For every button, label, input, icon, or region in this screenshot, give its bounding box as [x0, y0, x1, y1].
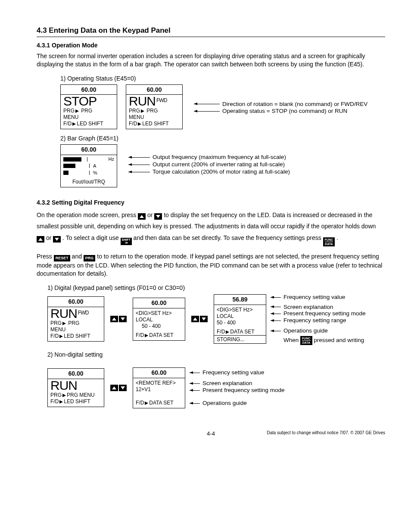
- arrow-icon: [75, 108, 80, 114]
- arrow-down-icon: [119, 316, 127, 322]
- panel-top: 60.00: [133, 368, 185, 378]
- panel-top: 60.00: [133, 298, 185, 308]
- panel-top: 56.89: [214, 295, 266, 305]
- panel-nondigital-1: 60.00 RUN PRGPRG MENU F/DLED SHIFT: [47, 368, 104, 407]
- annotation: Direction of rotation = blank (no comman…: [222, 101, 367, 108]
- text: LED SHIFT: [77, 121, 103, 127]
- arrow-up-icon: [37, 236, 44, 243]
- footer: 4-4 Data subject to change without notic…: [37, 430, 385, 436]
- arrow-up-icon: [110, 385, 118, 391]
- panel-top: 60.00: [48, 297, 104, 307]
- storing-label: STORING...: [214, 335, 266, 343]
- func-data-key-icon: FUNCDATA: [300, 336, 312, 345]
- panel-nondigital-2: 60.00 <REMOTE REF> 12+V1 F/DDATA SET: [133, 367, 185, 408]
- paragraph-431: The screen for normal inverter operation…: [37, 52, 385, 68]
- subsection-title-431: 4.3.1 Operation Mode: [37, 41, 385, 50]
- bar-graph-top: 60.00: [61, 145, 117, 155]
- prg-key-icon: PRG: [84, 255, 96, 261]
- annotation: Torque calculation (200% of motor rating…: [153, 168, 290, 176]
- caption-bar-graph: 2) Bar Graph (E45=1): [60, 134, 385, 143]
- arrow-down-icon: [119, 385, 127, 391]
- bar-graph-bottom: Fout/Iout/TRQ: [61, 177, 117, 187]
- caption-op-status: 1) Operating Status (E45=0): [60, 75, 385, 83]
- unit-hz: Hz: [109, 156, 114, 162]
- panel-run: 60.00 RUNFWD PRG PRG MENU F/DLED SHIFT: [126, 84, 183, 130]
- up-down-keys: [110, 385, 127, 391]
- copyright-notice: Data subject to change without notice 7/…: [267, 430, 385, 435]
- panel-digital-1: 60.00 RUNFWD PRG PRG MENU F/DLED SHIFT: [47, 296, 104, 342]
- arrow-down-icon: [154, 213, 162, 220]
- caption-digital-settings: 1) Digital (keypad panel) settings (F01=…: [47, 284, 385, 292]
- annotation: Screen explanation: [283, 304, 333, 311]
- paragraph-432-2: Press RESET and PRG to to return to the …: [37, 252, 385, 278]
- panel-run-status: RUNFWD: [126, 95, 182, 108]
- op-status-row: 60.00 STOP PRG PRG MENU F/DLED SHIFT 60.…: [60, 84, 385, 130]
- panel-stop: 60.00 STOP PRG PRG MENU F/DLED SHIFT: [60, 84, 117, 130]
- unit-a: A: [93, 163, 96, 169]
- op-status-annotations: Direction of rotation = blank (no comman…: [194, 101, 367, 115]
- annotation: Present frequency setting mode: [283, 310, 366, 317]
- panel-top: 60.00: [48, 369, 104, 379]
- annotation: Frequency setting value: [202, 369, 264, 376]
- nondigital-row: 60.00 RUN PRGPRG MENU F/DLED SHIFT 60.00…: [47, 367, 385, 408]
- shift-key-icon: SHIFT>>: [121, 238, 132, 245]
- bar-graph-annotations: Output frequency (maximum frequency at f…: [128, 154, 290, 176]
- unit-pct: %: [93, 170, 97, 176]
- nondigital-annotations: Frequency setting value Screen explanati…: [190, 369, 285, 407]
- subsection-title-432: 4.3.2 Setting Digital Frequency: [37, 199, 385, 207]
- arrow-up-icon: [138, 213, 146, 220]
- annotation: Output frequency (maximum frequency at f…: [153, 154, 286, 161]
- panel-digital-3: 56.89 <DIG>SET Hz> LOCAL 50 - 400 F/DDAT…: [214, 294, 266, 344]
- text: MENU: [129, 114, 180, 121]
- annotation: When: [283, 337, 299, 344]
- annotation: Screen explanation: [202, 380, 252, 387]
- paragraph-432-1: On the operation mode screen, press or t…: [37, 209, 385, 246]
- arrow-down-icon: [53, 236, 61, 243]
- arrow-down-icon: [200, 316, 208, 322]
- text: F/D: [63, 121, 72, 127]
- arrow-up-icon: [110, 316, 118, 322]
- annotation: Frequency setting range: [283, 317, 346, 324]
- panel-status: RUN: [48, 379, 104, 392]
- annotation: Output current (200% of inverter rating …: [153, 161, 285, 168]
- panel-run-value: 60.00: [126, 85, 182, 95]
- annotation: Operations guide: [202, 400, 247, 407]
- annotation: pressed and writing: [314, 337, 364, 344]
- reset-key-icon: RESET: [54, 255, 70, 261]
- text: PRG: [81, 108, 92, 114]
- text: MENU: [63, 114, 114, 121]
- text: F/D: [129, 121, 137, 127]
- panel-status: RUNFWD: [48, 307, 104, 320]
- digital-settings-row: 60.00 RUNFWD PRG PRG MENU F/DLED SHIFT 6…: [47, 294, 385, 345]
- text: LED SHIFT: [142, 121, 168, 127]
- digital-annotations: Frequency setting value Screen explanati…: [271, 294, 366, 345]
- annotation: Present frequency setting mode: [202, 387, 285, 394]
- text: PRG: [146, 108, 158, 114]
- bar-graph-row: 60.00 Hz A % Fout/Iout/TRQ Output freque…: [60, 144, 385, 187]
- page-number: 4-4: [207, 430, 215, 438]
- panel-stop-status: STOP: [61, 95, 117, 108]
- arrow-up-icon: [191, 316, 199, 322]
- caption-nondigital: 2) Non-digital setting: [47, 351, 385, 359]
- arrow-icon: [72, 121, 77, 127]
- panel-digital-2: 60.00 <DIG>SET Hz> LOCAL 50 - 400 F/DDAT…: [133, 298, 185, 341]
- section-title: 4.3 Entering Data on the Keypad Panel: [37, 26, 385, 37]
- panel-stop-value: 60.00: [61, 85, 117, 95]
- text: PRG: [63, 108, 75, 114]
- arrow-icon: [140, 108, 145, 114]
- panel-bar-graph: 60.00 Hz A % Fout/Iout/TRQ: [60, 144, 117, 187]
- up-down-keys: [191, 316, 208, 322]
- annotation: Operating status = STOP (no command) or …: [222, 108, 347, 115]
- annotation: Frequency setting value: [283, 294, 345, 301]
- up-down-keys: [110, 316, 127, 322]
- annotation: Operations guide: [283, 327, 328, 335]
- text: PRG: [129, 108, 140, 114]
- func-data-key-icon: FUNCDATA: [323, 237, 335, 246]
- arrow-icon: [137, 121, 142, 127]
